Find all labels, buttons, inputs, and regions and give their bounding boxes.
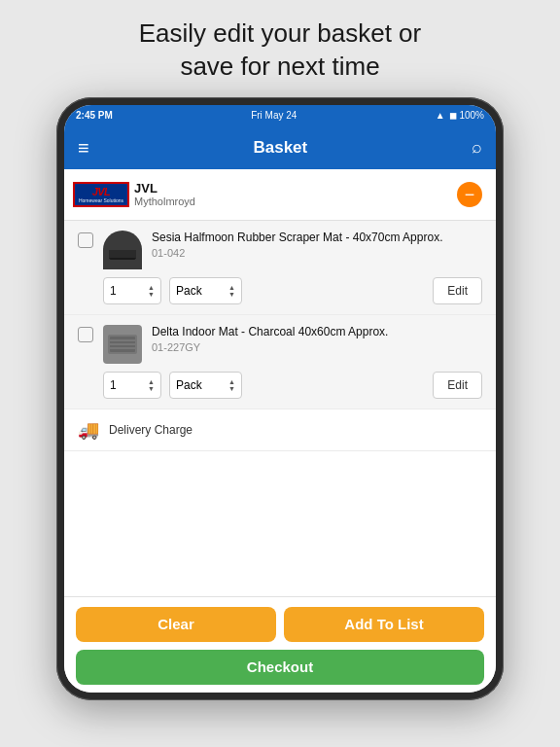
delivery-text: Delivery Charge: [109, 423, 192, 437]
item-1-unit-select[interactable]: Pack ▲▼: [169, 277, 242, 304]
supplier-info: JVL Mytholmroyd: [134, 181, 457, 207]
item-1-header: Sesia Halfmoon Rubber Scraper Mat - 40x7…: [78, 231, 482, 269]
item-2-checkbox[interactable]: [78, 327, 93, 342]
item-2-qty-select[interactable]: 1 ▲▼: [103, 372, 161, 399]
nav-bar: ≡ Basket ⌕: [64, 126, 496, 169]
content-area: JVL Homewear Solutions JVL Mytholmroyd −: [64, 169, 496, 693]
status-bar: 2:45 PM Fri May 24 ▲ ◼ 100%: [64, 105, 496, 126]
remove-supplier-button[interactable]: −: [457, 182, 482, 207]
item-2-controls: 1 ▲▼ Pack ▲▼ Edit: [103, 372, 482, 399]
wifi-icon: ▲: [436, 110, 445, 121]
add-to-list-button[interactable]: Add To List: [284, 607, 484, 642]
item-1-sku: 01-042: [152, 247, 482, 259]
item-2-qty-arrows[interactable]: ▲▼: [148, 378, 155, 392]
item-2-unit-select[interactable]: Pack ▲▼: [169, 372, 242, 399]
item-2-unit-value: Pack: [176, 378, 202, 392]
jvl-logo-box: JVL Homewear Solutions: [73, 182, 129, 207]
item-1-controls: 1 ▲▼ Pack ▲▼ Edit: [103, 277, 482, 304]
item-2-name: Delta Indoor Mat - Charcoal 40x60cm Appr…: [152, 325, 482, 340]
item-row: Sesia Halfmoon Rubber Scraper Mat - 40x7…: [64, 221, 496, 315]
item-2-unit-arrows[interactable]: ▲▼: [228, 378, 235, 392]
item-1-qty-arrows[interactable]: ▲▼: [148, 284, 155, 298]
item-2-sku: 01-227GY: [152, 341, 482, 353]
item-1-thumbnail: [103, 231, 142, 269]
item-1-edit-button[interactable]: Edit: [433, 277, 482, 304]
jvl-logo-text: JVL: [92, 186, 111, 197]
supplier-name: JVL: [134, 181, 457, 196]
item-1-qty-value: 1: [110, 284, 117, 298]
device-frame: 2:45 PM Fri May 24 ▲ ◼ 100% ≡ Basket ⌕ J…: [56, 97, 504, 700]
item-1-qty-select[interactable]: 1 ▲▼: [103, 277, 161, 304]
item-2-header: Delta Indoor Mat - Charcoal 40x60cm Appr…: [78, 325, 482, 364]
item-1-checkbox[interactable]: [78, 232, 93, 248]
status-date: Fri May 24: [251, 110, 297, 121]
clear-button[interactable]: Clear: [76, 607, 276, 642]
device-screen: 2:45 PM Fri May 24 ▲ ◼ 100% ≡ Basket ⌕ J…: [64, 105, 496, 693]
item-2-details: Delta Indoor Mat - Charcoal 40x60cm Appr…: [152, 325, 482, 354]
svg-rect-1: [109, 250, 136, 258]
item-1-details: Sesia Halfmoon Rubber Scraper Mat - 40x7…: [152, 231, 482, 260]
item-2-thumbnail: [103, 325, 142, 364]
item-row: Delta Indoor Mat - Charcoal 40x60cm Appr…: [64, 315, 496, 409]
bottom-buttons: Clear Add To List Checkout: [64, 596, 496, 693]
item-2-edit-button[interactable]: Edit: [433, 372, 482, 399]
supplier-location: Mytholmroyd: [134, 196, 457, 207]
jvl-logo-sub: Homewear Solutions: [79, 197, 123, 203]
item-1-name: Sesia Halfmoon Rubber Scraper Mat - 40x7…: [152, 231, 482, 246]
empty-space: [64, 451, 496, 596]
nav-title: Basket: [253, 138, 307, 158]
search-icon[interactable]: ⌕: [472, 137, 482, 158]
page-headline: Easily edit your basket or save for next…: [100, 0, 460, 97]
item-2-qty-value: 1: [110, 378, 117, 392]
delivery-truck-icon: 🚚: [78, 419, 99, 441]
item-1-unit-arrows[interactable]: ▲▼: [228, 284, 235, 298]
status-right: ▲ ◼ 100%: [436, 110, 484, 121]
action-row: Clear Add To List: [76, 607, 484, 642]
delivery-row: 🚚 Delivery Charge: [64, 409, 496, 451]
item-1-unit-value: Pack: [176, 284, 202, 298]
menu-icon[interactable]: ≡: [78, 138, 89, 158]
checkout-button[interactable]: Checkout: [76, 650, 484, 685]
battery-icon: ◼ 100%: [449, 110, 484, 121]
status-time: 2:45 PM: [76, 110, 113, 121]
supplier-row: JVL Homewear Solutions JVL Mytholmroyd −: [64, 169, 496, 221]
supplier-logo: JVL Homewear Solutions: [78, 179, 124, 210]
